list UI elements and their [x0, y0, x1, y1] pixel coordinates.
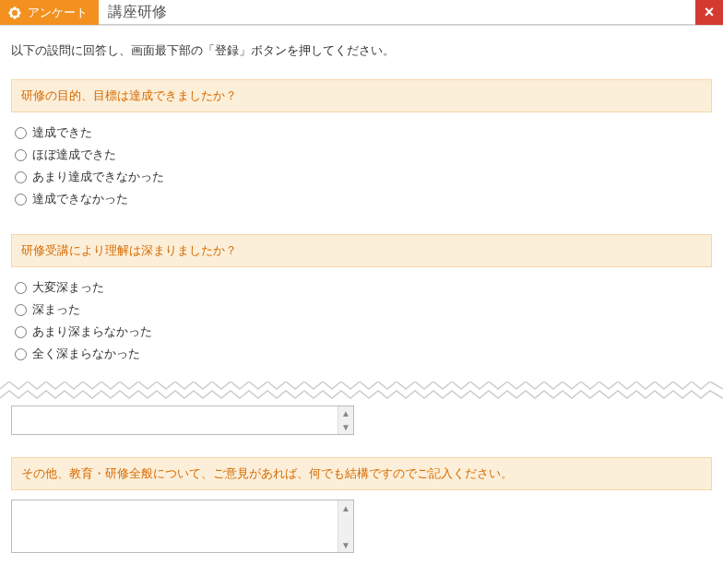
scroll-up-icon[interactable]: ▲ [338, 406, 353, 420]
title-bar: アンケート 講座研修 × [0, 0, 723, 26]
textarea-input[interactable] [12, 500, 338, 552]
radio-option[interactable]: 達成できなかった [15, 188, 712, 210]
question-prompt: その他、教育・研修全般について、ご意見があれば、何でも結構ですのでご記入ください… [11, 457, 712, 490]
question-prompt: 研修の目的、目標は達成できましたか？ [11, 79, 712, 112]
page-title: 講座研修 [99, 0, 695, 25]
svg-point-5 [17, 7, 19, 10]
svg-point-0 [13, 6, 17, 10]
instruction-text: 以下の設問に回答し、画面最下部の「登録」ボタンを押してください。 [11, 42, 712, 59]
radio-option[interactable]: 大変深まった [15, 276, 712, 299]
svg-point-7 [17, 14, 19, 17]
radio-option[interactable]: 達成できた [15, 122, 712, 144]
question-prompt: 研修受講により理解は深まりましたか？ [11, 234, 712, 267]
truncation-indicator [0, 382, 723, 402]
radio-option[interactable]: ほぼ達成できた [15, 144, 712, 166]
radio-option[interactable]: あまり達成できなかった [15, 166, 712, 188]
radio-option[interactable]: 全く深まらなかった [15, 343, 712, 365]
content-area: 以下の設問に回答し、画面最下部の「登録」ボタンを押してください。 研修の目的、目… [0, 26, 723, 586]
radio-option[interactable]: 深まった [15, 299, 712, 321]
scroll-down-icon[interactable]: ▼ [338, 537, 353, 552]
scroll-down-icon[interactable]: ▼ [338, 420, 353, 434]
radio-input[interactable] [15, 194, 27, 206]
options-group: 達成できた ほぼ達成できた あまり達成できなかった 達成できなかった [11, 122, 712, 210]
option-label: あまり達成できなかった [32, 169, 164, 185]
radio-input[interactable] [15, 326, 27, 338]
freeform-textarea[interactable]: ▲ ▼ [11, 500, 354, 553]
option-label: 達成できなかった [32, 191, 128, 207]
scrollbar[interactable]: ▲ ▼ [338, 500, 353, 552]
svg-point-8 [13, 11, 17, 15]
radio-option[interactable]: あまり深まらなかった [15, 321, 712, 343]
tab-label: アンケート [28, 5, 88, 21]
question-block-1: 研修の目的、目標は達成できましたか？ 達成できた ほぼ達成できた あまり達成でき… [11, 79, 712, 210]
flower-icon [7, 6, 22, 20]
option-label: ほぼ達成できた [32, 147, 116, 163]
truncated-textarea[interactable]: ▲ ▼ [11, 406, 354, 435]
option-label: 深まった [32, 301, 80, 318]
radio-input[interactable] [15, 304, 27, 316]
option-label: 達成できた [32, 124, 92, 141]
radio-input[interactable] [15, 348, 27, 360]
svg-point-4 [10, 7, 13, 10]
options-group: 大変深まった 深まった あまり深まらなかった 全く深まらなかった [11, 276, 712, 365]
textarea-input[interactable] [12, 406, 338, 434]
scrollbar[interactable]: ▲ ▼ [338, 406, 353, 434]
option-label: 大変深まった [32, 279, 104, 296]
radio-input[interactable] [15, 127, 27, 139]
question-block-2: 研修受講により理解は深まりましたか？ 大変深まった 深まった あまり深まらなかっ… [11, 234, 712, 365]
close-icon: × [705, 3, 715, 22]
svg-point-2 [8, 11, 12, 15]
svg-point-1 [13, 15, 17, 18]
svg-point-3 [18, 11, 21, 15]
radio-input[interactable] [15, 282, 27, 294]
question-block-freeform: その他、教育・研修全般について、ご意見があれば、何でも結構ですのでご記入ください… [11, 457, 712, 553]
radio-input[interactable] [15, 149, 27, 161]
radio-input[interactable] [15, 171, 27, 183]
title-tab: アンケート [0, 0, 99, 25]
close-button[interactable]: × [695, 0, 723, 25]
scroll-up-icon[interactable]: ▲ [338, 500, 353, 515]
svg-point-6 [10, 14, 13, 17]
option-label: 全く深まらなかった [32, 346, 140, 362]
option-label: あまり深まらなかった [32, 323, 152, 340]
